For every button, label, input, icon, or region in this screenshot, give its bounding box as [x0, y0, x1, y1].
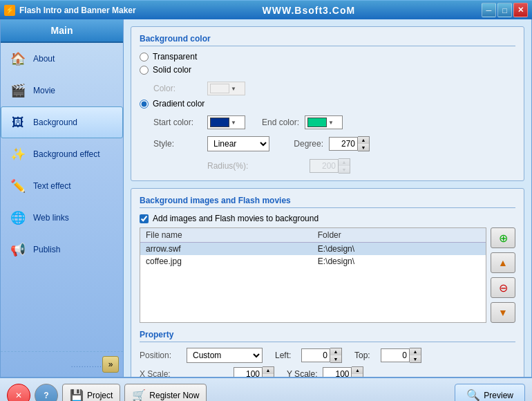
top-input[interactable]: [381, 348, 410, 362]
sidebar-item-background[interactable]: 🖼 Background: [1, 106, 123, 138]
add-file-button[interactable]: ⊕: [491, 227, 515, 248]
degree-up-button[interactable]: ▲: [358, 137, 369, 144]
move-up-button[interactable]: ▲: [491, 252, 515, 273]
degree-label: Degree:: [275, 139, 323, 149]
top-up-button[interactable]: ▲: [410, 348, 421, 355]
help-button[interactable]: ?: [35, 384, 58, 402]
add-icon: ⊕: [499, 232, 508, 245]
col-filename: File name: [140, 228, 312, 243]
yscale-spinner[interactable]: ▲ ▼: [323, 366, 363, 377]
transparent-option[interactable]: Transparent: [140, 52, 515, 62]
project-button[interactable]: 💾 Project: [62, 384, 120, 402]
sidebar-item-text-effect-label: Text effect: [33, 181, 70, 191]
left-down-button[interactable]: ▼: [330, 355, 341, 362]
radius-row: Radius(%): ▲ ▼: [153, 158, 515, 174]
degree-spinner[interactable]: 270 ▲ ▼: [329, 136, 370, 151]
add-images-checkbox-row[interactable]: Add images and Flash movies to backgroun…: [140, 214, 515, 223]
yscale-down-button[interactable]: ▼: [352, 374, 363, 377]
solid-label: Solid color: [153, 65, 191, 75]
end-color-picker[interactable]: ▼: [305, 115, 343, 129]
degree-input[interactable]: 270: [329, 137, 358, 151]
table-row[interactable]: arrow.swf E:\design\: [140, 243, 486, 256]
sidebar-item-movie[interactable]: 🎬 Movie: [1, 75, 123, 106]
solid-option[interactable]: Solid color: [140, 65, 515, 75]
minimize-button[interactable]: ─: [482, 3, 496, 17]
col-folder: Folder: [312, 228, 486, 243]
background-color-title: Background color: [140, 34, 515, 46]
sidebar-item-background-effect-label: Background effect: [33, 149, 100, 159]
sidebar-item-about-label: About: [33, 54, 55, 64]
yscale-up-button[interactable]: ▲: [352, 367, 363, 374]
sidebar-item-publish[interactable]: 📢 Publish: [1, 234, 123, 265]
top-spinner[interactable]: ▲ ▼: [381, 348, 421, 363]
close-button[interactable]: ✕: [513, 3, 528, 17]
save-icon: 💾: [70, 389, 84, 401]
radius-up-button: ▲: [339, 159, 350, 166]
property-title: Property: [140, 330, 515, 342]
move-down-button[interactable]: ▼: [491, 302, 515, 323]
solid-color-dropdown-arrow: ▼: [231, 86, 236, 92]
sidebar-item-web-links[interactable]: 🌐 Web links: [1, 202, 123, 234]
scale-row: X Scale: ▲ ▼ Y Scale: ▲ ▼: [140, 366, 515, 377]
sidebar-expand-button[interactable]: »: [102, 356, 119, 373]
xscale-input[interactable]: [234, 367, 263, 377]
yscale-label: Y Scale:: [287, 369, 317, 377]
background-color-section: Background color Transparent Solid color…: [131, 26, 524, 181]
radius-input: [310, 159, 339, 173]
start-color-picker[interactable]: ▼: [207, 115, 245, 129]
left-label: Left:: [275, 351, 296, 360]
solid-radio[interactable]: [140, 66, 149, 75]
gradient-colors-row: Start color: ▼ End color: ▼: [153, 115, 515, 129]
register-label: Register Now: [149, 391, 199, 400]
folder-cell: E:\design\: [312, 243, 486, 256]
file-table-wrapper: File name Folder arrow.swf E:\design\ co…: [140, 227, 486, 323]
sidebar-item-about[interactable]: 🏠 About: [1, 43, 123, 75]
folder-cell: E:\design\: [312, 255, 486, 268]
sidebar-header: Main: [1, 19, 123, 43]
style-label: Style:: [153, 139, 202, 149]
solid-color-picker[interactable]: ▼: [207, 82, 245, 95]
transparent-label: Transparent: [153, 52, 197, 62]
xscale-down-button[interactable]: ▼: [263, 374, 274, 377]
left-up-button[interactable]: ▲: [330, 348, 341, 355]
sidebar-item-background-label: Background: [33, 118, 77, 127]
window-controls: ─ □ ✕: [482, 3, 528, 17]
left-spinner[interactable]: ▲ ▼: [301, 348, 342, 363]
end-color-dropdown-arrow: ▼: [328, 120, 334, 126]
xscale-spinner[interactable]: ▲ ▼: [234, 366, 274, 377]
xscale-up-button[interactable]: ▲: [263, 367, 274, 374]
position-select[interactable]: Custom Center Top Left Top Right Bottom …: [187, 348, 263, 363]
sidebar-item-publish-label: Publish: [33, 245, 60, 254]
up-icon: ▲: [498, 257, 508, 268]
preview-button[interactable]: 🔍 Preview: [455, 384, 525, 402]
radius-down-button: ▼: [339, 166, 350, 173]
file-name-cell: arrow.swf: [140, 243, 312, 256]
close-app-button[interactable]: ✕: [7, 384, 30, 402]
file-table: File name Folder arrow.swf E:\design\ co…: [140, 228, 486, 268]
style-select[interactable]: Linear Radial: [207, 136, 269, 151]
maximize-button[interactable]: □: [497, 3, 512, 17]
remove-file-button[interactable]: ⊖: [491, 277, 515, 298]
degree-down-button[interactable]: ▼: [358, 144, 369, 151]
position-label: Position:: [140, 351, 181, 360]
app-body: Main 🏠 About 🎬 Movie 🖼 Background ✨ Back…: [0, 19, 532, 377]
color-type-group: Transparent Solid color Color: ▼: [140, 52, 515, 174]
bottom-left-buttons: ✕ ? 💾 Project 🛒 Register Now: [7, 384, 207, 402]
sidebar-item-text-effect[interactable]: ✏️ Text effect: [1, 170, 123, 202]
sidebar-dots: ............: [71, 361, 102, 369]
yscale-input[interactable]: [323, 367, 352, 377]
left-input[interactable]: [301, 348, 330, 362]
gradient-option[interactable]: Gradient color: [140, 99, 515, 109]
top-down-button[interactable]: ▼: [410, 355, 421, 362]
sidebar-item-background-effect[interactable]: ✨ Background effect: [1, 138, 123, 170]
property-subsection: Property Position: Custom Center Top Lef…: [140, 330, 515, 377]
sidebar-bottom: ............ »: [1, 351, 123, 377]
solid-color-row: Color: ▼: [153, 82, 515, 95]
add-images-checkbox[interactable]: [140, 214, 149, 223]
transparent-radio[interactable]: [140, 53, 149, 62]
color-label: Color:: [153, 84, 202, 93]
gradient-radio[interactable]: [140, 100, 149, 109]
register-button[interactable]: 🛒 Register Now: [124, 384, 207, 402]
table-row[interactable]: coffee.jpg E:\design\: [140, 255, 486, 268]
table-action-buttons: ⊕ ▲ ⊖ ▼: [486, 227, 515, 323]
